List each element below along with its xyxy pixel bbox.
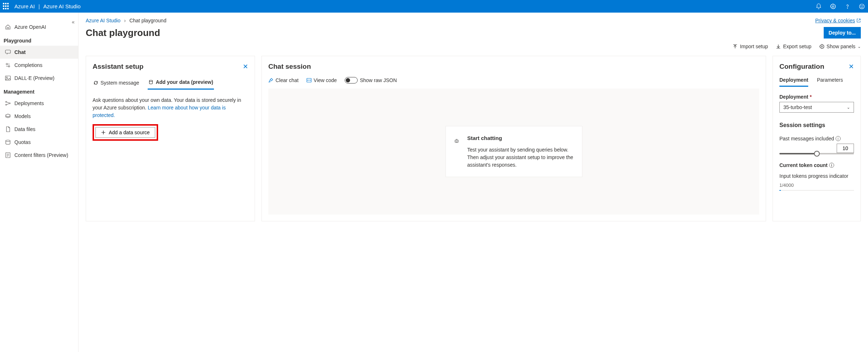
import-setup-button[interactable]: Import setup xyxy=(733,44,768,49)
chat-icon xyxy=(5,49,11,55)
deployments-icon xyxy=(5,100,11,106)
svg-rect-17 xyxy=(455,140,458,143)
clear-chat-button[interactable]: Clear chat xyxy=(268,77,299,83)
deployment-select[interactable]: 35-turbo-test ⌄ xyxy=(779,102,854,113)
sidebar-item-dalle[interactable]: DALL·E (Preview) xyxy=(0,72,78,85)
tab-parameters[interactable]: Parameters xyxy=(817,77,843,87)
collapse-sidebar-icon[interactable]: « xyxy=(72,19,75,25)
sidebar-item-quotas[interactable]: Quotas xyxy=(0,136,78,149)
app-launcher-icon[interactable] xyxy=(3,3,10,10)
brand-right: Azure AI Studio xyxy=(43,3,80,9)
sidebar-heading-playground: Playground xyxy=(0,33,78,46)
chat-session-panel: Chat session Clear chat View code Show r… xyxy=(261,56,766,221)
sidebar-item-completions[interactable]: Completions xyxy=(0,59,78,72)
svg-point-14 xyxy=(821,46,823,47)
info-icon[interactable]: i xyxy=(836,136,841,141)
add-data-source-button[interactable]: Add a data source xyxy=(95,127,155,138)
deployment-label: Deployment* xyxy=(779,94,854,100)
sidebar-item-models[interactable]: Models xyxy=(0,110,78,123)
svg-point-19 xyxy=(457,141,457,141)
sidebar-item-chat[interactable]: Chat xyxy=(0,46,78,59)
sidebar: « Azure OpenAI Playground Chat Completio… xyxy=(0,13,79,352)
close-icon[interactable]: ✕ xyxy=(849,63,854,71)
start-chatting-body: Test your assistant by sending queries b… xyxy=(467,147,573,168)
close-icon[interactable]: ✕ xyxy=(243,63,248,71)
svg-point-4 xyxy=(863,5,863,6)
brand-left: Azure AI xyxy=(14,3,35,9)
chat-canvas: Start chatting Test your assistant by se… xyxy=(268,89,759,215)
svg-point-6 xyxy=(6,63,8,65)
export-setup-button[interactable]: Export setup xyxy=(776,44,811,49)
view-code-button[interactable]: View code xyxy=(307,77,337,83)
import-icon xyxy=(733,44,738,49)
models-icon xyxy=(5,113,11,119)
breadcrumb-current: Chat playground xyxy=(129,18,166,23)
bell-icon[interactable] xyxy=(815,3,822,10)
session-settings-heading: Session settings xyxy=(779,122,854,128)
quotas-icon xyxy=(5,139,11,145)
svg-point-0 xyxy=(832,5,834,7)
image-icon xyxy=(5,75,11,81)
toggle-icon xyxy=(345,77,358,84)
code-icon xyxy=(307,78,312,83)
plus-icon xyxy=(101,130,106,135)
sidebar-item-label: Content filters (Preview) xyxy=(14,152,68,158)
past-messages-slider[interactable] xyxy=(779,153,854,154)
chat-panel-title: Chat session xyxy=(268,63,759,71)
assistant-description: Ask questions about your own data. Your … xyxy=(93,96,248,119)
svg-point-18 xyxy=(456,141,456,141)
token-progress-bar xyxy=(779,190,854,191)
help-icon[interactable] xyxy=(844,3,851,10)
sidebar-item-content-filters[interactable]: Content filters (Preview) xyxy=(0,149,78,162)
svg-point-11 xyxy=(6,104,7,105)
topbar: Azure AI | Azure AI Studio xyxy=(0,0,868,13)
sidebar-item-label: Azure OpenAI xyxy=(14,24,46,30)
breadcrumb-root[interactable]: Azure AI Studio xyxy=(86,18,121,23)
start-chatting-heading: Start chatting xyxy=(467,134,574,143)
svg-point-3 xyxy=(861,5,862,6)
breadcrumb: Azure AI Studio › Chat playground xyxy=(86,18,166,23)
svg-point-10 xyxy=(6,101,7,103)
deployment-select-value: 35-turbo-test xyxy=(783,104,812,110)
chevron-right-icon: › xyxy=(124,18,126,23)
privacy-link[interactable]: Privacy & cookies xyxy=(815,18,861,23)
broom-icon xyxy=(268,78,273,83)
info-icon[interactable]: i xyxy=(829,163,834,168)
svg-point-7 xyxy=(8,66,10,67)
data-icon xyxy=(148,80,153,85)
export-icon xyxy=(776,44,781,49)
svg-rect-5 xyxy=(5,50,10,53)
main-content: Azure AI Studio › Chat playground Privac… xyxy=(79,13,868,352)
sidebar-item-label: Chat xyxy=(14,49,26,55)
tab-add-your-data[interactable]: Add your data (preview) xyxy=(148,77,214,90)
sidebar-item-deployments[interactable]: Deployments xyxy=(0,97,78,110)
external-link-icon xyxy=(856,18,861,23)
sidebar-item-label: DALL·E (Preview) xyxy=(14,75,54,81)
feedback-icon[interactable] xyxy=(859,3,865,10)
tab-system-message[interactable]: System message xyxy=(93,77,140,90)
sidebar-item-azure-openai[interactable]: Azure OpenAI xyxy=(0,21,78,33)
past-messages-label: Past messages included i xyxy=(779,136,854,141)
svg-point-2 xyxy=(859,4,864,9)
deploy-button[interactable]: Deploy to... xyxy=(824,27,861,39)
highlight-annotation: Add a data source xyxy=(93,124,158,141)
sidebar-heading-management: Management xyxy=(0,85,78,97)
assistant-panel-title: Assistant setup xyxy=(93,63,143,71)
gear-icon[interactable] xyxy=(830,3,836,10)
show-panels-button[interactable]: Show panels ⌄ xyxy=(819,44,861,49)
page-title: Chat playground xyxy=(86,27,160,39)
file-icon xyxy=(5,126,11,132)
svg-point-12 xyxy=(9,103,10,104)
tab-deployment[interactable]: Deployment xyxy=(779,77,808,87)
past-messages-input[interactable] xyxy=(837,144,854,153)
brand-divider: | xyxy=(39,4,40,9)
show-raw-json-toggle[interactable]: Show raw JSON xyxy=(345,77,397,84)
sidebar-item-label: Completions xyxy=(14,62,42,68)
sidebar-item-label: Quotas xyxy=(14,139,31,145)
bot-icon xyxy=(454,134,460,148)
sidebar-item-label: Data files xyxy=(14,126,35,132)
token-count-heading: Current token count i xyxy=(779,162,854,168)
completions-icon xyxy=(5,62,11,68)
configuration-panel: Configuration ✕ Deployment Parameters De… xyxy=(773,56,861,221)
sidebar-item-data-files[interactable]: Data files xyxy=(0,123,78,136)
